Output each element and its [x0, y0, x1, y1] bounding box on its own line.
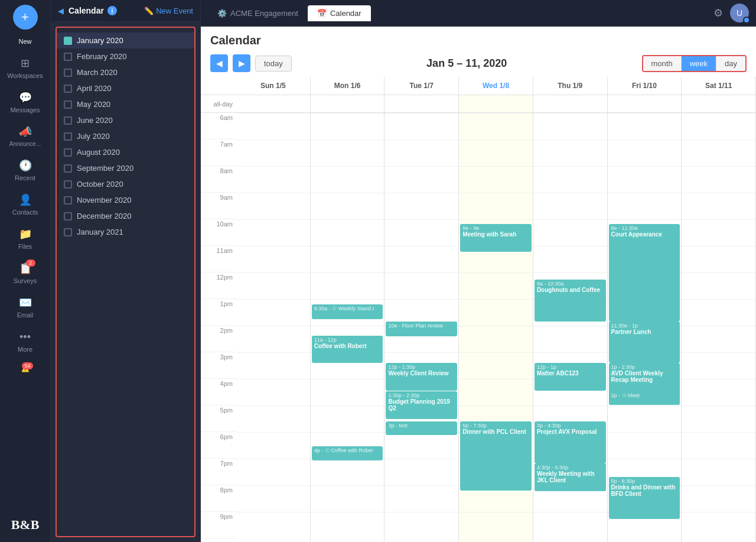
- hour-line: [236, 193, 310, 193]
- calendar-range-title: Jan 5 – 11, 2020: [296, 57, 637, 70]
- back-arrow-icon[interactable]: ◀: [58, 7, 64, 15]
- month-item[interactable]: February 2020: [57, 48, 194, 64]
- month-item[interactable]: September 2020: [57, 160, 194, 176]
- calendar-event[interactable]: 12p - 1:30pWeekly Client Review: [386, 363, 457, 391]
- month-item[interactable]: March 2020: [57, 64, 194, 80]
- sidebar-item-workspaces[interactable]: ⊞ Workspaces: [0, 51, 50, 85]
- sidebar-item-messages[interactable]: 💬 Messages: [0, 85, 50, 119]
- month-item[interactable]: November 2020: [57, 192, 194, 208]
- calendar-event[interactable]: 10e - Floor Plan review: [386, 322, 457, 336]
- user-avatar[interactable]: U: [730, 4, 749, 22]
- hour-line: [459, 166, 533, 167]
- pencil-icon: ✏️: [144, 7, 154, 15]
- calendar-event[interactable]: 4:30p - 5:30pWeekly Meeting with JKL Cli…: [535, 463, 606, 491]
- hour-line: [236, 272, 310, 273]
- month-item[interactable]: August 2020: [57, 144, 194, 160]
- month-item[interactable]: June 2020: [57, 112, 194, 128]
- hour-line: [459, 379, 533, 379]
- month-item[interactable]: October 2020: [57, 176, 194, 192]
- hour-line: [459, 113, 533, 113]
- hour-line: [311, 219, 384, 220]
- hour-line: [459, 352, 533, 353]
- month-checkbox: [64, 100, 72, 109]
- acme-tab-icon: ⚙️: [217, 9, 227, 18]
- announce-icon: 📣: [19, 125, 32, 138]
- avatar-badge: [743, 17, 750, 24]
- today-button[interactable]: today: [255, 56, 292, 72]
- hour-line: [311, 432, 384, 433]
- sidebar-item-files[interactable]: 📁 Files: [0, 222, 50, 256]
- calendar-event[interactable]: 11:30e - 1pPartner Lunch: [609, 322, 680, 364]
- calendar-toolbar: ◀ ▶ today Jan 5 – 11, 2020 month week da…: [201, 52, 756, 77]
- settings-icon[interactable]: ⚙: [713, 7, 723, 20]
- time-label: 5pm: [201, 405, 236, 432]
- sidebar-item-more[interactable]: ••• More: [0, 324, 50, 359]
- event-time: 9:30a - ☉ Weekly Stand I: [314, 306, 381, 311]
- calendar-event[interactable]: 11a - 12pCoffee with Robert: [312, 336, 383, 364]
- month-checkbox: [64, 116, 72, 125]
- calendar-body: all-day6am7am8am9am10am11am12pm1pm2pm3pm…: [201, 95, 756, 542]
- tab-acme[interactable]: ⚙️ ACME Engagement: [208, 5, 308, 21]
- allday-cell: [311, 95, 384, 113]
- week-view-button[interactable]: week: [682, 56, 716, 71]
- calendar-event[interactable]: 9a - 10:30aDoughnuts and Coffee: [535, 280, 606, 322]
- event-time: 4:30p - 5:30p: [537, 465, 604, 470]
- new-button[interactable]: +: [13, 5, 38, 30]
- calendar-event[interactable]: 12p - 1pMatter ABC123: [535, 363, 606, 391]
- hour-line: [608, 193, 682, 193]
- event-time: 8e - 9e: [462, 225, 529, 231]
- calendar-event[interactable]: 4p - ☉ Coffee with Rober: [312, 446, 383, 460]
- hour-line: [682, 379, 755, 379]
- hour-line: [236, 379, 310, 379]
- sidebar-item-new[interactable]: New: [0, 32, 50, 51]
- month-item[interactable]: January 2020: [57, 33, 194, 48]
- sidebar-item-contacts[interactable]: 👤 Contacts: [0, 187, 50, 222]
- sidebar-item-alert[interactable]: ⚠️ 54: [0, 359, 50, 378]
- tab-calendar[interactable]: 📅 Calendar: [308, 5, 371, 21]
- time-label: 8am: [201, 166, 236, 193]
- hour-line: [236, 432, 310, 433]
- hour-line: [533, 246, 607, 246]
- hour-line: [236, 246, 310, 246]
- new-event-button[interactable]: ✏️ New Event: [144, 7, 193, 15]
- sidebar-item-recent[interactable]: 🕐 Recent: [0, 153, 50, 187]
- month-item[interactable]: January 2021: [57, 224, 194, 240]
- day-view-button[interactable]: day: [716, 56, 745, 71]
- event-title: Matter ABC123: [537, 370, 604, 377]
- event-title: AVD Client Weekly Recap Meeting: [611, 370, 678, 383]
- hour-line: [682, 459, 755, 459]
- time-label: 8pm: [201, 485, 236, 512]
- calendar-event[interactable]: 2p - ☉ Meet: [609, 391, 680, 405]
- sidebar-item-surveys[interactable]: 📋 2 Surveys: [0, 256, 50, 290]
- email-label: Email: [17, 311, 34, 319]
- event-title: Drinks and Dinner with BFD Client: [611, 484, 678, 497]
- event-time: 12p - 1:30p: [388, 364, 455, 370]
- hour-line: [236, 405, 310, 406]
- prev-button[interactable]: ◀: [210, 54, 228, 72]
- day-body: 8e - 11:30eCourt Appearance11:30e - 1pPa…: [608, 113, 682, 538]
- calendar-event[interactable]: 5p - 7:30pDinner with PCL Client: [460, 421, 532, 491]
- month-item[interactable]: December 2020: [57, 208, 194, 224]
- calendar-event[interactable]: 3p - 4:30pProject AVX Proposal: [535, 421, 606, 463]
- month-item[interactable]: July 2020: [57, 128, 194, 144]
- calendar-event[interactable]: 5p - 6:30pDrinks and Dinner with BFD Cli…: [609, 477, 680, 519]
- month-checkbox: [64, 148, 72, 157]
- sidebar-item-email[interactable]: ✉️ Email: [0, 290, 50, 324]
- month-view-button[interactable]: month: [643, 56, 682, 71]
- calendar-event[interactable]: 8e - 9eMeeting with Sarah: [460, 224, 532, 252]
- month-label: June 2020: [77, 116, 113, 125]
- hour-line: [682, 405, 755, 406]
- hour-line: [236, 326, 310, 326]
- month-item[interactable]: April 2020: [57, 80, 194, 96]
- calendar-event[interactable]: 1:30p - 2:30pBudget Planning 2019 Q2: [386, 391, 457, 419]
- next-button[interactable]: ▶: [233, 54, 250, 72]
- event-time: 9a - 10:30a: [537, 281, 604, 287]
- month-item[interactable]: May 2020: [57, 96, 194, 112]
- sidebar-item-announce[interactable]: 📣 Announce...: [0, 119, 50, 153]
- calendar-event[interactable]: 9:30a - ☉ Weekly Stand I: [312, 304, 383, 319]
- days-wrapper: 9:30a - ☉ Weekly Stand I11a - 12pCoffee …: [236, 95, 756, 542]
- calendar-event[interactable]: 8e - 11:30eCourt Appearance: [609, 224, 680, 322]
- hour-line: [384, 246, 458, 246]
- calendar-event[interactable]: 3p - test: [386, 421, 457, 435]
- day-body: 10e - Floor Plan review12p - 1:30pWeekly…: [384, 113, 458, 538]
